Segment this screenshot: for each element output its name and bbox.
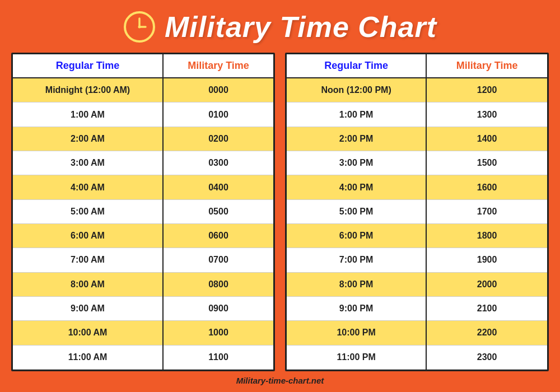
regular-time-cell: 1:00 AM — [13, 102, 163, 127]
table-row: 1:00 AM0100 — [13, 102, 273, 127]
military-time-cell: 1300 — [426, 102, 547, 127]
regular-time-cell: Midnight (12:00 AM) — [13, 78, 163, 102]
regular-time-cell: 9:00 AM — [13, 296, 163, 320]
military-time-cell: 1200 — [426, 78, 547, 102]
page-title: Military Time Chart — [165, 10, 437, 44]
left-table-col2-header: Military Time — [163, 54, 273, 78]
military-time-cell: 0200 — [163, 127, 273, 151]
military-time-cell: 1800 — [426, 224, 547, 248]
military-time-cell: 2200 — [426, 321, 547, 345]
table-row: 7:00 PM1900 — [287, 248, 547, 272]
military-time-cell: 1000 — [163, 321, 273, 345]
svg-point-3 — [138, 26, 141, 29]
military-time-cell: 2000 — [426, 272, 547, 296]
table-row: 3:00 AM0300 — [13, 151, 273, 175]
table-row: Noon (12:00 PM)1200 — [287, 78, 547, 102]
right-table-container: Regular Time Military Time Noon (12:00 P… — [285, 53, 549, 371]
regular-time-cell: 5:00 PM — [287, 199, 426, 223]
tables-wrapper: Regular Time Military Time Midnight (12:… — [11, 53, 549, 371]
table-row: 3:00 PM1500 — [287, 151, 547, 175]
regular-time-cell: 7:00 AM — [13, 248, 163, 272]
military-time-cell: 1100 — [163, 345, 273, 369]
header: Military Time Chart — [123, 10, 437, 44]
left-table-container: Regular Time Military Time Midnight (12:… — [11, 53, 275, 371]
table-row: 6:00 PM1800 — [287, 224, 547, 248]
table-row: 11:00 PM2300 — [287, 345, 547, 369]
military-time-cell: 0400 — [163, 175, 273, 199]
military-time-cell: 0600 — [163, 224, 273, 248]
regular-time-cell: 3:00 AM — [13, 151, 163, 175]
regular-time-cell: 11:00 PM — [287, 345, 426, 369]
regular-time-cell: 10:00 AM — [13, 321, 163, 345]
military-time-cell: 1600 — [426, 175, 547, 199]
table-row: 4:00 PM1600 — [287, 175, 547, 199]
military-time-cell: 2100 — [426, 296, 547, 320]
table-row: 9:00 PM2100 — [287, 296, 547, 320]
right-table: Regular Time Military Time Noon (12:00 P… — [287, 54, 547, 370]
table-row: 6:00 AM0600 — [13, 224, 273, 248]
right-table-col1-header: Regular Time — [287, 54, 426, 78]
left-table: Regular Time Military Time Midnight (12:… — [13, 54, 273, 370]
table-row: 10:00 AM1000 — [13, 321, 273, 345]
regular-time-cell: 2:00 PM — [287, 127, 426, 151]
right-table-col2-header: Military Time — [426, 54, 547, 78]
table-row: Midnight (12:00 AM)0000 — [13, 78, 273, 102]
table-row: 5:00 PM1700 — [287, 199, 547, 223]
table-row: 8:00 PM2000 — [287, 272, 547, 296]
footer-url: Military-time-chart.net — [236, 376, 324, 385]
table-row: 1:00 PM1300 — [287, 102, 547, 127]
clock-icon — [123, 11, 156, 43]
table-row: 11:00 AM1100 — [13, 345, 273, 369]
military-time-cell: 1700 — [426, 199, 547, 223]
left-table-col1-header: Regular Time — [13, 54, 163, 78]
regular-time-cell: 5:00 AM — [13, 199, 163, 223]
military-time-cell: 0000 — [163, 78, 273, 102]
table-row: 4:00 AM0400 — [13, 175, 273, 199]
regular-time-cell: 6:00 AM — [13, 224, 163, 248]
table-row: 2:00 PM1400 — [287, 127, 547, 151]
regular-time-cell: 8:00 PM — [287, 272, 426, 296]
regular-time-cell: Noon (12:00 PM) — [287, 78, 426, 102]
military-time-cell: 0900 — [163, 296, 273, 320]
military-time-cell: 1500 — [426, 151, 547, 175]
regular-time-cell: 7:00 PM — [287, 248, 426, 272]
table-row: 7:00 AM0700 — [13, 248, 273, 272]
military-time-cell: 0800 — [163, 272, 273, 296]
table-row: 8:00 AM0800 — [13, 272, 273, 296]
table-row: 2:00 AM0200 — [13, 127, 273, 151]
military-time-cell: 2300 — [426, 345, 547, 369]
regular-time-cell: 3:00 PM — [287, 151, 426, 175]
regular-time-cell: 8:00 AM — [13, 272, 163, 296]
military-time-cell: 0100 — [163, 102, 273, 127]
table-row: 10:00 PM2200 — [287, 321, 547, 345]
military-time-cell: 0700 — [163, 248, 273, 272]
military-time-cell: 1900 — [426, 248, 547, 272]
military-time-cell: 0500 — [163, 199, 273, 223]
regular-time-cell: 6:00 PM — [287, 224, 426, 248]
regular-time-cell: 4:00 AM — [13, 175, 163, 199]
regular-time-cell: 2:00 AM — [13, 127, 163, 151]
table-row: 9:00 AM0900 — [13, 296, 273, 320]
table-row: 5:00 AM0500 — [13, 199, 273, 223]
regular-time-cell: 4:00 PM — [287, 175, 426, 199]
regular-time-cell: 11:00 AM — [13, 345, 163, 369]
main-container: Military Time Chart Regular Time Militar… — [0, 0, 560, 392]
military-time-cell: 1400 — [426, 127, 547, 151]
regular-time-cell: 9:00 PM — [287, 296, 426, 320]
regular-time-cell: 10:00 PM — [287, 321, 426, 345]
regular-time-cell: 1:00 PM — [287, 102, 426, 127]
military-time-cell: 0300 — [163, 151, 273, 175]
